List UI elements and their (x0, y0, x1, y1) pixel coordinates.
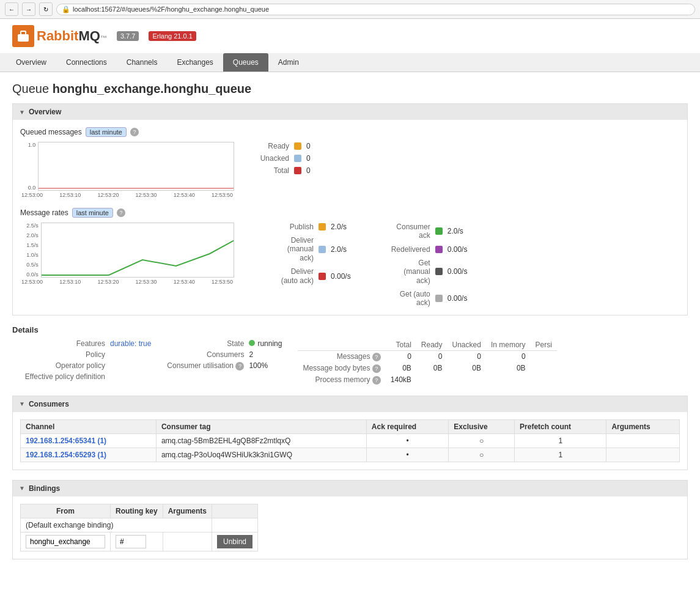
col-from: From (21, 504, 111, 518)
consumer-1-ack: • (366, 433, 448, 448)
col-ack-required: Ack required (366, 419, 448, 433)
rates-right-col: Consumerack 2.0/s Redelivered 0.00/s Get… (369, 223, 468, 308)
col-prefetch: Prefetch count (515, 419, 606, 433)
get-manual-stat: Get(manualack) 0.00/s (369, 259, 468, 285)
chart-x-labels: 12:53:00 12:53:10 12:53:20 12:53:30 12:5… (20, 192, 234, 198)
operator-policy-label: Operator policy (12, 361, 110, 370)
rates-time-badge[interactable]: last minute (72, 208, 113, 218)
unacked-stat: Unacked 0 (246, 154, 311, 163)
overview-label: Overview (29, 108, 61, 116)
erlang-badge: Erlang 21.0.1 (149, 31, 196, 41)
process-memory-row: Process memory ? 140kB (298, 374, 557, 386)
nav-connections[interactable]: Connections (56, 53, 117, 72)
rates-left-col: Publish 2.0/s Deliver(manualack) 2.0/s D… (246, 223, 351, 308)
details-label: Details (12, 325, 39, 334)
default-binding-row: (Default exchange binding) (21, 518, 258, 532)
consumer-2-channel[interactable]: 192.168.1.254:65293 (1) (21, 448, 157, 462)
page-content: Queue honghu_exchange.honghu_queue ▼ Ove… (0, 72, 700, 579)
get-manual-dot (435, 268, 443, 275)
policy-row: Policy (12, 350, 151, 359)
features-row: Features durable: true (12, 339, 151, 348)
consumers-table: Channel Consumer tag Ack required Exclus… (20, 419, 680, 462)
nav-admin[interactable]: Admin (268, 53, 309, 72)
queued-chart-container: 1.0 0.0 12:53:00 12:53:10 12:53:20 12:53… (20, 142, 234, 198)
bindings-section: ▼ Bindings From Routing key Arguments (D… (12, 480, 688, 559)
publish-dot (319, 223, 326, 230)
messages-ready: 0 (416, 350, 448, 363)
overview-arrow: ▼ (19, 109, 25, 116)
deliver-manual-stat: Deliver(manualack) 2.0/s (246, 236, 351, 262)
nav-exchanges[interactable]: Exchanges (167, 53, 223, 72)
unacked-value: 0 (306, 154, 311, 163)
body-bytes-inmemory: 0B (486, 363, 531, 374)
running-dot (249, 340, 255, 346)
consumer-2-exclusive: ○ (449, 448, 515, 462)
consumer-util-label: Consumer utilisation ? (163, 361, 249, 371)
overview-body: Queued messages last minute ? 1.0 0.0 (13, 120, 687, 315)
get-auto-dot (435, 295, 443, 302)
nav-channels[interactable]: Channels (117, 53, 168, 72)
consumer-util-value: 100% (249, 361, 268, 371)
messages-help[interactable]: ? (372, 353, 381, 361)
lock-icon: 🔒 (62, 6, 70, 13)
col-arguments: Arguments (606, 419, 680, 433)
total-stat: Total 0 (246, 166, 311, 175)
rates-help-icon[interactable]: ? (117, 208, 125, 217)
operator-policy-row: Operator policy (12, 361, 151, 370)
consumer-util-help[interactable]: ? (235, 362, 244, 371)
consumers-header[interactable]: ▼ Consumers (13, 396, 687, 412)
col-channel: Channel (21, 419, 157, 433)
consumer-row-1: 192.168.1.254:65341 (1) amq.ctag-5BmB2EH… (21, 433, 680, 448)
forward-button[interactable]: → (22, 2, 35, 16)
overview-header[interactable]: ▼ Overview (13, 104, 687, 120)
details-left: Features durable: true Policy Operator p… (12, 339, 151, 386)
state-label: State (163, 339, 249, 348)
col-total: Total (386, 339, 416, 351)
binding-routing-key-input[interactable] (116, 535, 146, 548)
features-label: Features (12, 339, 110, 348)
logo-text: RabbitMQ™ (37, 28, 107, 44)
process-memory-help[interactable]: ? (372, 376, 381, 385)
nav-bar: Overview Connections Channels Exchanges … (0, 53, 700, 72)
binding-from-input[interactable] (26, 535, 105, 548)
consumer-1-channel[interactable]: 192.168.1.254:65341 (1) (21, 433, 157, 448)
consumers-label: Consumers (163, 350, 249, 359)
time-badge[interactable]: last minute (86, 127, 127, 137)
queued-help-icon[interactable]: ? (130, 128, 139, 136)
bindings-arrow: ▼ (19, 485, 25, 492)
consumer-2-prefetch: 1 (515, 448, 606, 462)
body-bytes-row: Message body bytes ? 0B 0B 0B 0B (298, 363, 557, 374)
unbind-button[interactable]: Unbind (217, 535, 252, 548)
deliver-manual-dot (319, 246, 326, 253)
nav-queues[interactable]: Queues (223, 53, 268, 72)
process-memory-value: 140kB (386, 374, 416, 386)
details-body: Features durable: true Policy Operator p… (12, 339, 688, 386)
body-bytes-help[interactable]: ? (372, 364, 381, 373)
consumer-1-tag: amq.ctag-5BmB2EHL4gQB8Fz2mtlqxQ (156, 433, 366, 448)
state-value: running (249, 339, 282, 348)
deliver-auto-value: 0.00/s (331, 272, 351, 281)
col-ready: Ready (416, 339, 448, 351)
consumers-section: ▼ Consumers Channel Consumer tag Ack req… (12, 396, 688, 470)
nav-overview[interactable]: Overview (6, 53, 56, 72)
publish-stat: Publish 2.0/s (246, 223, 351, 231)
consumers-body: Channel Consumer tag Ack required Exclus… (13, 412, 687, 470)
messages-row: Messages ? 0 0 0 0 (298, 350, 557, 363)
consumer-1-arguments (606, 433, 680, 448)
details-label-row: Details (12, 325, 688, 334)
consumer-util-row: Consumer utilisation ? 100% (163, 361, 286, 371)
chart-y-top: 1.0 (28, 142, 36, 148)
messages-total: 0 (386, 350, 416, 363)
reload-button[interactable]: ↻ (39, 2, 53, 16)
details-mid: State running Consumers 2 Consumer utili… (163, 339, 286, 386)
consumers-row: Consumers 2 (163, 350, 286, 359)
rates-chart-container: 2.5/s 2.0/s 1.5/s 1.0/s 0.5/s 0.0/s (20, 223, 234, 285)
ready-value: 0 (306, 142, 311, 150)
queued-chart-row: 1.0 0.0 12:53:00 12:53:10 12:53:20 12:53… (20, 142, 680, 198)
body-bytes-unacked: 0B (448, 363, 486, 374)
bindings-header[interactable]: ▼ Bindings (13, 481, 687, 496)
back-button[interactable]: ← (5, 2, 18, 16)
binding-from (21, 532, 111, 551)
version-badge: 3.7.7 (117, 31, 139, 41)
effective-policy-label: Effective policy definition (12, 372, 110, 381)
